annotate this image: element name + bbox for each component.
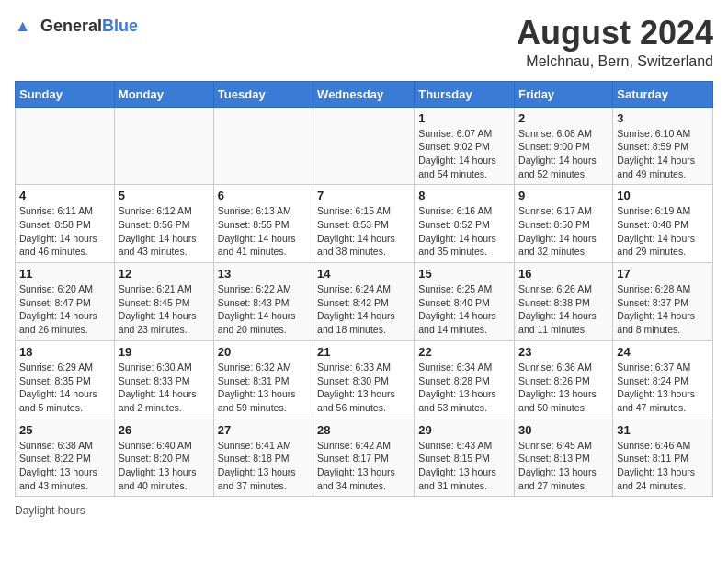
page-header: ▲ GeneralBlue August 2024 Melchnau, Bern…	[15, 15, 713, 70]
header-monday: Monday	[114, 81, 213, 107]
header-saturday: Saturday	[613, 81, 713, 107]
day-info: Sunrise: 6:15 AM Sunset: 8:53 PM Dayligh…	[317, 204, 410, 259]
day-number: 23	[518, 345, 609, 359]
cell-0-2	[213, 107, 313, 185]
week-row-2: 4Sunrise: 6:11 AM Sunset: 8:58 PM Daylig…	[16, 185, 713, 263]
day-info: Sunrise: 6:22 AM Sunset: 8:43 PM Dayligh…	[218, 282, 309, 337]
calendar-table: SundayMondayTuesdayWednesdayThursdayFrid…	[15, 81, 713, 498]
day-number: 5	[119, 189, 210, 202]
cell-3-2: 20Sunrise: 6:32 AM Sunset: 8:31 PM Dayli…	[213, 340, 313, 419]
cell-4-6: 31Sunrise: 6:46 AM Sunset: 8:11 PM Dayli…	[613, 419, 713, 497]
day-info: Sunrise: 6:13 AM Sunset: 8:55 PM Dayligh…	[218, 204, 309, 259]
day-number: 25	[19, 423, 110, 437]
footer-note: Daylight hours	[15, 504, 713, 517]
day-number: 3	[617, 111, 709, 125]
cell-3-1: 19Sunrise: 6:30 AM Sunset: 8:33 PM Dayli…	[114, 340, 213, 419]
day-info: Sunrise: 6:25 AM Sunset: 8:40 PM Dayligh…	[418, 282, 510, 337]
cell-0-1	[114, 107, 213, 185]
day-info: Sunrise: 6:37 AM Sunset: 8:24 PM Dayligh…	[617, 361, 709, 415]
day-number: 19	[119, 345, 210, 359]
day-number: 26	[119, 423, 210, 437]
day-number: 30	[518, 423, 609, 437]
day-info: Sunrise: 6:20 AM Sunset: 8:47 PM Dayligh…	[19, 282, 110, 337]
day-number: 31	[617, 423, 709, 437]
day-number: 1	[418, 111, 510, 125]
logo-text-general: General	[40, 17, 102, 35]
cell-2-3: 14Sunrise: 6:24 AM Sunset: 8:42 PM Dayli…	[313, 263, 415, 341]
cell-1-0: 4Sunrise: 6:11 AM Sunset: 8:58 PM Daylig…	[16, 185, 115, 263]
day-info: Sunrise: 6:11 AM Sunset: 8:58 PM Dayligh…	[19, 204, 110, 259]
day-info: Sunrise: 6:40 AM Sunset: 8:20 PM Dayligh…	[119, 439, 210, 493]
day-number: 22	[418, 345, 510, 359]
week-row-3: 11Sunrise: 6:20 AM Sunset: 8:47 PM Dayli…	[16, 263, 713, 341]
day-number: 9	[518, 189, 609, 202]
day-number: 15	[418, 267, 510, 281]
day-number: 13	[218, 267, 309, 281]
day-number: 14	[317, 267, 410, 281]
day-number: 20	[218, 345, 309, 359]
day-number: 6	[218, 189, 309, 202]
day-info: Sunrise: 6:08 AM Sunset: 9:00 PM Dayligh…	[518, 127, 609, 181]
cell-4-0: 25Sunrise: 6:38 AM Sunset: 8:22 PM Dayli…	[16, 419, 115, 497]
day-info: Sunrise: 6:32 AM Sunset: 8:31 PM Dayligh…	[218, 361, 309, 415]
header-tuesday: Tuesday	[213, 81, 313, 107]
day-info: Sunrise: 6:38 AM Sunset: 8:22 PM Dayligh…	[19, 439, 110, 493]
day-info: Sunrise: 6:19 AM Sunset: 8:48 PM Dayligh…	[617, 204, 709, 259]
cell-0-3	[313, 107, 415, 185]
header-row: SundayMondayTuesdayWednesdayThursdayFrid…	[16, 81, 713, 107]
day-number: 12	[119, 267, 210, 281]
day-info: Sunrise: 6:46 AM Sunset: 8:11 PM Dayligh…	[617, 439, 709, 493]
logo: ▲ GeneralBlue	[15, 15, 138, 37]
day-number: 8	[418, 189, 510, 202]
day-info: Sunrise: 6:33 AM Sunset: 8:30 PM Dayligh…	[317, 361, 410, 415]
title-block: August 2024 Melchnau, Bern, Switzerland	[517, 15, 713, 70]
cell-2-0: 11Sunrise: 6:20 AM Sunset: 8:47 PM Dayli…	[16, 263, 115, 341]
calendar-title: August 2024	[517, 15, 713, 52]
cell-1-3: 7Sunrise: 6:15 AM Sunset: 8:53 PM Daylig…	[313, 185, 415, 263]
day-info: Sunrise: 6:07 AM Sunset: 9:02 PM Dayligh…	[418, 127, 510, 181]
day-number: 17	[617, 267, 709, 281]
day-number: 7	[317, 189, 410, 202]
day-info: Sunrise: 6:34 AM Sunset: 8:28 PM Dayligh…	[418, 361, 510, 415]
day-info: Sunrise: 6:29 AM Sunset: 8:35 PM Dayligh…	[19, 361, 110, 415]
day-info: Sunrise: 6:12 AM Sunset: 8:56 PM Dayligh…	[119, 204, 210, 259]
week-row-5: 25Sunrise: 6:38 AM Sunset: 8:22 PM Dayli…	[16, 419, 713, 497]
day-number: 2	[518, 111, 609, 125]
cell-1-2: 6Sunrise: 6:13 AM Sunset: 8:55 PM Daylig…	[213, 185, 313, 263]
cell-2-4: 15Sunrise: 6:25 AM Sunset: 8:40 PM Dayli…	[415, 263, 515, 341]
week-row-1: 1Sunrise: 6:07 AM Sunset: 9:02 PM Daylig…	[16, 107, 713, 185]
day-number: 18	[19, 345, 110, 359]
header-friday: Friday	[515, 81, 613, 107]
day-info: Sunrise: 6:26 AM Sunset: 8:38 PM Dayligh…	[518, 282, 609, 337]
cell-4-3: 28Sunrise: 6:42 AM Sunset: 8:17 PM Dayli…	[313, 419, 415, 497]
cell-3-4: 22Sunrise: 6:34 AM Sunset: 8:28 PM Dayli…	[415, 340, 515, 419]
logo-text-blue: Blue	[102, 17, 138, 35]
cell-0-5: 2Sunrise: 6:08 AM Sunset: 9:00 PM Daylig…	[515, 107, 613, 185]
cell-1-4: 8Sunrise: 6:16 AM Sunset: 8:52 PM Daylig…	[415, 185, 515, 263]
day-number: 28	[317, 423, 410, 437]
day-number: 29	[418, 423, 510, 437]
cell-2-6: 17Sunrise: 6:28 AM Sunset: 8:37 PM Dayli…	[613, 263, 713, 341]
cell-0-6: 3Sunrise: 6:10 AM Sunset: 8:59 PM Daylig…	[613, 107, 713, 185]
day-info: Sunrise: 6:30 AM Sunset: 8:33 PM Dayligh…	[119, 361, 210, 415]
day-info: Sunrise: 6:36 AM Sunset: 8:26 PM Dayligh…	[518, 361, 609, 415]
day-number: 11	[19, 267, 110, 281]
day-number: 16	[518, 267, 609, 281]
day-info: Sunrise: 6:10 AM Sunset: 8:59 PM Dayligh…	[617, 127, 709, 181]
cell-3-6: 24Sunrise: 6:37 AM Sunset: 8:24 PM Dayli…	[613, 340, 713, 419]
cell-2-2: 13Sunrise: 6:22 AM Sunset: 8:43 PM Dayli…	[213, 263, 313, 341]
cell-1-5: 9Sunrise: 6:17 AM Sunset: 8:50 PM Daylig…	[515, 185, 613, 263]
day-number: 27	[218, 423, 309, 437]
day-number: 4	[19, 189, 110, 202]
cell-2-1: 12Sunrise: 6:21 AM Sunset: 8:45 PM Dayli…	[114, 263, 213, 341]
cell-4-5: 30Sunrise: 6:45 AM Sunset: 8:13 PM Dayli…	[515, 419, 613, 497]
cell-4-1: 26Sunrise: 6:40 AM Sunset: 8:20 PM Dayli…	[114, 419, 213, 497]
day-number: 21	[317, 345, 410, 359]
header-thursday: Thursday	[415, 81, 515, 107]
day-number: 24	[617, 345, 709, 359]
day-info: Sunrise: 6:45 AM Sunset: 8:13 PM Dayligh…	[518, 439, 609, 493]
cell-4-4: 29Sunrise: 6:43 AM Sunset: 8:15 PM Dayli…	[415, 419, 515, 497]
day-info: Sunrise: 6:16 AM Sunset: 8:52 PM Dayligh…	[418, 204, 510, 259]
cell-3-5: 23Sunrise: 6:36 AM Sunset: 8:26 PM Dayli…	[515, 340, 613, 419]
day-number: 10	[617, 189, 709, 202]
